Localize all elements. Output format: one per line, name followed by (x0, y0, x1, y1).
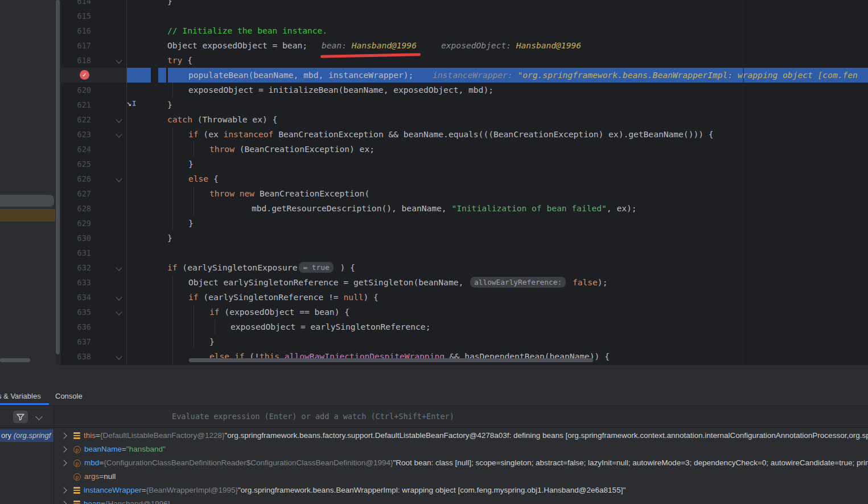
code-token: populateBean(beanName, mbd, instanceWrap… (188, 70, 413, 80)
inline-hint-pill: allowEarlyReference: (470, 277, 566, 288)
code-line[interactable]: 625} (61, 157, 868, 171)
code-line[interactable]: 632if (earlySingletonExposure= true ) { (61, 260, 868, 275)
parameter-icon: p (73, 446, 81, 453)
line-number[interactable]: 615 (61, 9, 91, 23)
expand-chevron-icon[interactable] (60, 460, 67, 466)
variable-value-segment: "org.springframework.beans.BeanWrapperIm… (238, 483, 626, 497)
code-line[interactable]: 631 (61, 245, 868, 260)
evaluate-expression-field[interactable]: Evaluate expression (Enter) or add a wat… (54, 406, 868, 427)
code-text: } (61, 97, 868, 112)
code-token: null (343, 292, 363, 302)
evaluate-placeholder: Evaluate expression (Enter) or add a wat… (172, 406, 454, 427)
code-token: if (188, 292, 199, 302)
left-horizontal-scrollbar[interactable] (0, 358, 30, 362)
code-token: ); (598, 277, 608, 287)
code-line[interactable]: 623if (ex instanceof BeanCreationExcepti… (61, 127, 868, 142)
code-line[interactable]: 636exposedObject = earlySingletonReferen… (61, 319, 868, 334)
code-token: Object earlySingletonReference = getSing… (188, 277, 468, 287)
variable-row[interactable]: this = {DefaultListableBeanFactory@1228}… (54, 429, 868, 442)
variable-name: args (84, 470, 99, 483)
variable-name: mbd (84, 456, 99, 470)
variable-value-segment: = (99, 470, 104, 483)
variable-name: instanceWrapper (84, 483, 142, 497)
variable-value-segment: "Root bean: class [null]; scope=singleto… (393, 456, 868, 470)
expand-chevron-icon[interactable] (60, 446, 67, 452)
code-editor[interactable]: 614}615616// Initialize the bean instanc… (61, 0, 868, 365)
line-number[interactable]: 631 (61, 245, 91, 260)
code-line[interactable]: 626else { (61, 171, 868, 186)
tree-item-selected[interactable] (0, 209, 61, 222)
variable-value-segment: = (96, 429, 100, 442)
variable-name: bean (84, 497, 101, 504)
expand-chevron-icon[interactable] (60, 487, 67, 493)
code-text: if (earlySingletonReference != null) { (61, 290, 868, 305)
code-line[interactable]: 621} (61, 97, 868, 112)
code-text: if (ex instanceof BeanCreationException … (61, 127, 868, 142)
code-text: exposedObject = earlySingletonReference; (61, 319, 868, 334)
code-line[interactable]: ✓populateBean(beanName, mbd, instanceWra… (61, 68, 868, 83)
code-token (567, 277, 573, 287)
code-line[interactable]: 622catch (Throwable ex) { (61, 112, 868, 127)
code-line[interactable]: 628mbd.getResourceDescription(), beanNam… (61, 201, 868, 216)
selected-frame-row[interactable]: ory (org.springf (0, 429, 54, 442)
expand-chevron-icon[interactable] (60, 432, 67, 439)
code-line[interactable]: 618try { (61, 53, 868, 68)
variable-row[interactable]: pbeanName = "hansband" (54, 442, 868, 456)
code-line[interactable]: 624throw (BeanCreationException) ex; (61, 142, 868, 157)
code-line[interactable]: 635if (exposedObject == bean) { (61, 305, 868, 319)
tree-item-highlight[interactable] (0, 195, 54, 207)
variable-value-segment: "hansband" (126, 442, 166, 456)
code-text: } (61, 157, 868, 171)
debugger-toolbar: Evaluate expression (Enter) or add a wat… (0, 405, 868, 428)
variable-row[interactable]: pmbd = {ConfigurationClassBeanDefinition… (54, 456, 868, 470)
code-token: (exposedObject == bean) { (220, 307, 349, 317)
code-text: mbd.getResourceDescription(), beanName, … (61, 201, 868, 216)
frames-pane: ory (org.springf (0, 428, 54, 504)
variable-row[interactable]: bean = {Hansband@1996} (54, 497, 868, 504)
chevron-down-icon[interactable] (35, 413, 43, 420)
code-line[interactable]: 614} (61, 0, 868, 9)
code-token: else (188, 174, 208, 183)
ide-window: 614}615616// Initialize the bean instanc… (0, 0, 868, 504)
toolbar-separator (54, 406, 54, 427)
expand-chevron-icon[interactable] (60, 501, 67, 504)
code-token: mbd.getResourceDescription(), beanName, (252, 203, 451, 213)
code-token: throw (209, 144, 235, 154)
code-token: try (167, 55, 182, 65)
code-line[interactable]: 629} (61, 216, 868, 231)
code-token: ) { (364, 292, 379, 302)
tab-threads-and-variables[interactable]: s & Variables (0, 392, 41, 400)
variable-value-segment: null (104, 470, 116, 483)
code-token: false (573, 277, 598, 287)
variable-value-segment: = (122, 442, 126, 456)
parameter-icon: p (73, 473, 81, 481)
code-line[interactable]: 620exposedObject = initializeBean(beanNa… (61, 83, 868, 97)
code-line[interactable]: 630} (61, 231, 868, 245)
code-text: exposedObject = initializeBean(beanName,… (61, 83, 868, 97)
code-line[interactable]: 633Object earlySingletonReference = getS… (61, 275, 868, 290)
code-line[interactable]: 627throw new BeanCreationException( (61, 186, 868, 201)
variable-row[interactable]: pargs = null (54, 470, 868, 483)
code-token: , ex); (607, 203, 637, 213)
code-line[interactable]: 634if (earlySingletonReference != null) … (61, 290, 868, 305)
code-token: if (209, 307, 220, 317)
code-line[interactable]: 616// Initialize the bean instance. (61, 23, 868, 38)
debug-tool-window: s & Variables Console Evaluate expressio… (0, 365, 868, 504)
tab-console[interactable]: Console (55, 392, 83, 400)
editor-horizontal-scrollbar[interactable] (189, 358, 593, 362)
code-line[interactable]: 615 (61, 9, 868, 23)
variable-value-segment: {BeanWrapperImpl@1995} (146, 483, 238, 497)
code-token: (Throwable ex) { (192, 114, 277, 124)
code-text: } (61, 0, 868, 9)
code-line[interactable]: 617Object exposedObject = bean;bean: Han… (61, 38, 868, 53)
filter-button[interactable] (13, 411, 28, 423)
code-token: } (167, 0, 172, 6)
left-vertical-scrollbar[interactable] (56, 0, 60, 354)
code-text: Object earlySingletonReference = getSing… (61, 275, 868, 290)
variable-row[interactable]: instanceWrapper = {BeanWrapperImpl@1995}… (54, 483, 868, 497)
code-text: throw (BeanCreationException) ex; (61, 142, 868, 157)
code-line[interactable]: 637} (61, 334, 868, 349)
code-token: (ex (199, 129, 224, 139)
code-token: (earlySingletonExposure (178, 263, 298, 272)
variables-tree: this = {DefaultListableBeanFactory@1228}… (54, 428, 868, 504)
